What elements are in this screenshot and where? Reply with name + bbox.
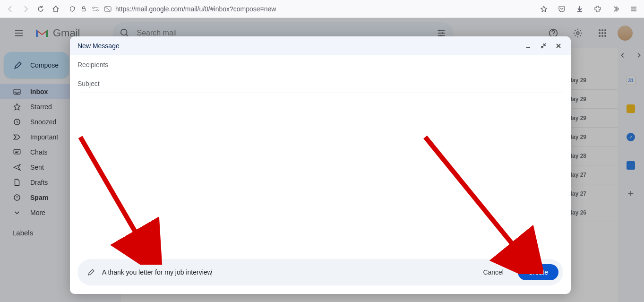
url-text[interactable]: https://mail.google.com/mail/u/0/#inbox?… [115,5,276,13]
extensions-button[interactable] [591,2,604,16]
ai-pencil-icon [87,268,95,276]
ai-prompt-input[interactable]: A thank you letter for my job interview [102,268,212,276]
menu-button[interactable] [627,2,640,16]
ai-prompt-bar: A thank you letter for my job interview … [77,259,563,285]
fullscreen-exit-button[interactable] [539,41,548,51]
browser-toolbar: https://mail.google.com/mail/u/0/#inbox?… [0,0,644,18]
ai-cancel-button[interactable]: Cancel [475,265,511,280]
compose-title: New Message [77,42,120,50]
downloads-button[interactable] [573,2,586,16]
minimize-button[interactable] [524,41,533,51]
pocket-button[interactable] [555,2,568,16]
compose-header: New Message [70,36,571,55]
back-button[interactable] [4,2,17,16]
compose-body-area[interactable] [77,93,563,259]
overflow-button[interactable] [609,2,622,16]
home-button[interactable] [49,2,62,16]
svg-point-1 [93,7,94,9]
svg-point-2 [97,9,99,11]
ai-create-button[interactable]: Create [518,264,558,280]
forward-button[interactable] [19,2,32,16]
svg-rect-0 [82,9,86,11]
site-info-icons[interactable] [69,6,112,12]
subject-field[interactable]: Subject [77,74,563,93]
compose-dialog: New Message Recipients Subject A thank y… [70,36,571,294]
reload-button[interactable] [34,2,47,16]
close-button[interactable] [554,41,563,51]
bookmark-button[interactable] [537,2,550,16]
recipients-field[interactable]: Recipients [77,55,563,74]
